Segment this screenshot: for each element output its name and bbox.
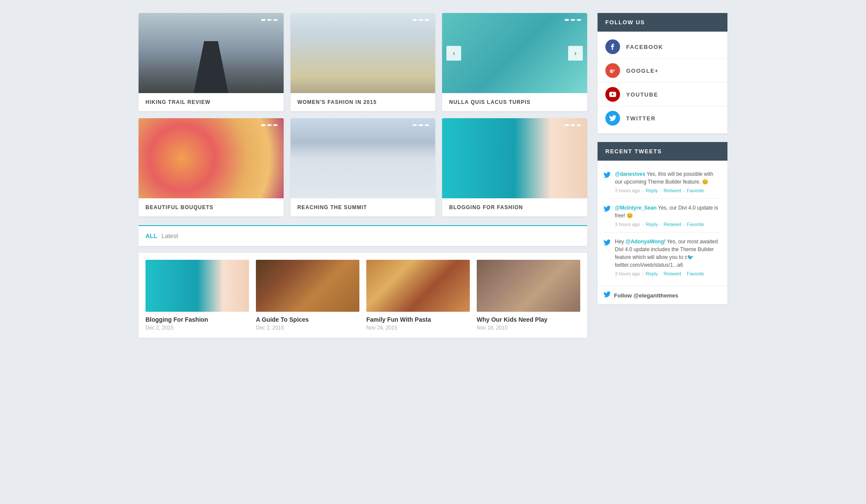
tweet-content-2: @McIntyre_Sean Yes, our Divi 4.0 update …	[615, 204, 721, 227]
post-image-lacus: ‹ ›	[442, 13, 587, 93]
social-item-twitter[interactable]: TWITTER	[598, 107, 727, 130]
tweet-reply-2[interactable]: Reply	[646, 222, 658, 227]
post-card-lacus: ‹ › NULLA QUIS LACUS TURPIS	[442, 13, 587, 111]
social-item-google[interactable]: GOOGLE+	[598, 59, 727, 83]
card-title-bouquets: BEAUTIFUL BOUQUETS	[139, 198, 284, 216]
card-title-hiking: HIKING TRAIL REVIEW	[139, 93, 284, 111]
follow-footer[interactable]: Follow @elegantthemes	[598, 286, 727, 304]
tweet-dot-1b: ·	[660, 188, 662, 193]
tweet-bird-icon-1	[604, 171, 611, 193]
blog-thumb-pasta[interactable]	[366, 260, 470, 312]
post-card-bouquets: BEAUTIFUL BOUQUETS	[139, 118, 284, 216]
slider-dot	[273, 124, 278, 126]
post-image-fashion	[291, 13, 436, 93]
blog-thumb-blogging[interactable]	[145, 260, 249, 312]
twitter-icon	[605, 111, 620, 126]
tweet-meta-1: 3 hours ago · Reply · Retweet · Favorite	[615, 188, 721, 193]
tweet-bird-icon-3	[604, 239, 611, 276]
follow-twitter-bird-icon	[604, 291, 611, 299]
social-item-facebook[interactable]: FACEBOOK	[598, 35, 727, 59]
slider-dot	[565, 124, 569, 126]
tweet-text-1: @danestves Yes, this will be possible wi…	[615, 170, 721, 186]
tweet-dot-1a: ·	[642, 188, 645, 193]
tweet-dot-3c: ·	[683, 271, 686, 276]
tweet-retweet-1[interactable]: Retweet	[664, 188, 681, 193]
slider-dot	[577, 124, 581, 126]
tweet-reply-3[interactable]: Reply	[646, 271, 658, 276]
tweet-dot-1c: ·	[683, 188, 686, 193]
tweet-reply-1[interactable]: Reply	[646, 188, 658, 193]
tweet-bird-icon-2	[604, 205, 611, 227]
card-title-fashion: WOMEN'S FASHION IN 2015	[291, 93, 436, 111]
tweet-time-1: 3 hours ago	[615, 188, 640, 193]
post-card-summit: REACHING THE SUMMIT	[291, 118, 436, 216]
tweet-content-1: @danestves Yes, this will be possible wi…	[615, 170, 721, 193]
card-title-summit: REACHING THE SUMMIT	[291, 198, 436, 216]
slider-arrow-left[interactable]: ‹	[446, 46, 461, 61]
slider-dot	[419, 19, 423, 21]
facebook-label: FACEBOOK	[626, 44, 663, 50]
all-latest-section: ALL Latest	[139, 226, 587, 246]
tweet-dot-3b: ·	[660, 271, 662, 276]
tweet-mention-2[interactable]: @McIntyre_Sean	[615, 205, 656, 211]
slider-dot	[267, 124, 271, 126]
blog-item-date-kids: Nov 18, 2015	[477, 325, 580, 331]
tweet-favorite-3[interactable]: Favorite	[687, 271, 704, 276]
blog-list-item-spices: A Guide To Spices Dec 2, 2015	[256, 260, 359, 331]
blog-list-item-kids: Why Our Kids Need Play Nov 18, 2015	[477, 260, 580, 331]
tweet-mention-1[interactable]: @danestves	[615, 171, 645, 177]
tweet-time-3: 3 hours ago	[615, 271, 640, 276]
tweet-dot-2b: ·	[660, 222, 662, 227]
latest-label: Latest	[162, 233, 178, 239]
tweet-item-2: @McIntyre_Sean Yes, our Divi 4.0 update …	[604, 199, 721, 233]
card-title-blogging: BLOGGING FOR FASHION	[442, 198, 587, 216]
blog-item-date-pasta: Nov 24, 2015	[366, 325, 470, 331]
post-image-bouquets	[139, 118, 284, 198]
slider-dots-summit	[413, 124, 429, 126]
blog-list-grid: Blogging For Fashion Dec 2, 2015 A Guide…	[139, 253, 587, 338]
blog-item-title-pasta[interactable]: Family Fun With Pasta	[366, 316, 470, 323]
slider-dots-fashion	[413, 19, 429, 21]
tweet-dot-2c: ·	[683, 222, 686, 227]
post-image-hiking	[139, 13, 284, 93]
tweets-list: @danestves Yes, this will be possible wi…	[598, 161, 727, 286]
slider-dot	[273, 19, 278, 21]
blog-item-title-kids[interactable]: Why Our Kids Need Play	[477, 316, 580, 323]
blog-thumb-kids[interactable]	[477, 260, 580, 312]
featured-grid: HIKING TRAIL REVIEW WOMEN'S FASHION IN 2…	[139, 13, 587, 216]
tweet-time-2: 3 hours ago	[615, 222, 640, 227]
twitter-label: TWITTER	[626, 115, 656, 122]
tweet-item-1: @danestves Yes, this will be possible wi…	[604, 165, 721, 199]
tweet-favorite-2[interactable]: Favorite	[687, 222, 704, 227]
blog-thumb-spices[interactable]	[256, 260, 359, 312]
tweet-favorite-1[interactable]: Favorite	[687, 188, 704, 193]
slider-dots-bouquets	[261, 124, 278, 126]
post-card-hiking: HIKING TRAIL REVIEW	[139, 13, 284, 111]
slider-dot	[261, 124, 265, 126]
facebook-icon	[605, 39, 620, 54]
post-image-summit	[291, 118, 436, 198]
all-label[interactable]: ALL	[145, 233, 157, 239]
slider-dot	[425, 19, 429, 21]
all-latest-header: ALL Latest	[145, 233, 178, 239]
tweet-meta-3: 3 hours ago · Reply · Retweet · Favorite	[615, 271, 721, 276]
blog-item-title-blogging[interactable]: Blogging For Fashion	[145, 316, 249, 323]
slider-arrow-right[interactable]: ›	[568, 46, 583, 61]
slider-dot	[571, 124, 575, 126]
tweet-prefix-3: Hey	[615, 239, 626, 245]
slider-dot	[577, 19, 581, 21]
tweet-mention-3[interactable]: @AdonyaWong	[626, 239, 664, 245]
tweet-retweet-2[interactable]: Retweet	[664, 222, 681, 227]
social-item-youtube[interactable]: YOUTUBE	[598, 83, 727, 107]
tweet-meta-2: 3 hours ago · Reply · Retweet · Favorite	[615, 222, 721, 227]
recent-tweets-header: RECENT TWEETS	[598, 142, 727, 161]
slider-dots-lacus	[565, 19, 581, 21]
post-image-blogging	[442, 118, 587, 198]
blog-item-title-spices[interactable]: A Guide To Spices	[256, 316, 359, 323]
slider-dot	[267, 19, 271, 21]
youtube-label: YOUTUBE	[626, 91, 658, 98]
tweet-retweet-3[interactable]: Retweet	[664, 271, 681, 276]
tweet-content-3: Hey @AdonyaWong! Yes, our most awaited D…	[615, 238, 721, 276]
post-card-fashion: WOMEN'S FASHION IN 2015	[291, 13, 436, 111]
card-title-lacus: NULLA QUIS LACUS TURPIS	[442, 93, 587, 111]
